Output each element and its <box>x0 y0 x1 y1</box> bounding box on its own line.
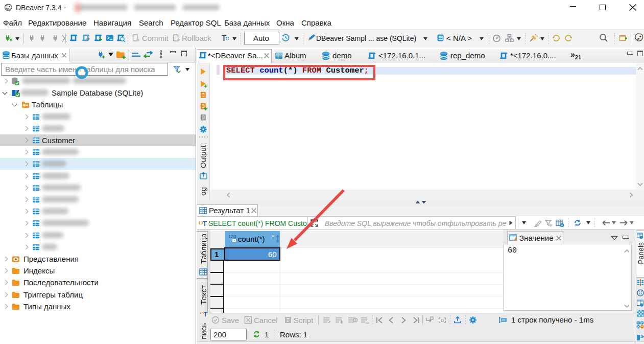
svg-text:D: D <box>441 318 444 323</box>
